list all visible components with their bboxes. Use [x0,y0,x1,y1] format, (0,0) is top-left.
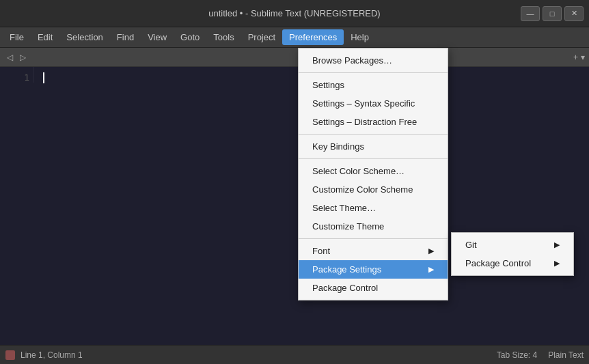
dropdown-customize-theme[interactable]: Customize Theme [299,217,448,236]
package-settings-submenu-arrow: ▶ [428,265,434,274]
window-controls: — □ ✕ [521,6,584,21]
line-number-1: 1 [0,72,29,83]
dropdown-package-control[interactable]: Package Control [299,279,448,297]
menu-view[interactable]: View [141,29,174,45]
dropdown-font[interactable]: Font ▶ [299,242,448,260]
line-numbers: 1 [0,67,34,83]
toolbar: ◁ ▷ + ▾ [0,48,589,67]
close-button[interactable]: ✕ [564,6,584,21]
dropdown-select-color-scheme[interactable]: Select Color Scheme… [299,162,448,180]
dropdown-package-settings[interactable]: Package Settings ▶ [299,260,448,279]
status-syntax[interactable]: Plain Text [548,350,584,360]
maximize-button[interactable]: □ [543,6,562,21]
menu-tools[interactable]: Tools [206,29,241,45]
menu-edit[interactable]: Edit [31,29,59,45]
status-left: Line 1, Column 1 [5,350,83,360]
dropdown-browse-packages[interactable]: Browse Packages… [299,51,448,70]
separator-2 [299,134,448,135]
menu-bar: File Edit Selection Find View Goto Tools… [0,27,589,48]
window-title: untitled • - Sublime Text (UNREGISTERED) [208,8,380,18]
git-submenu-arrow: ▶ [554,240,560,249]
status-tab-size[interactable]: Tab Size: 4 [497,350,537,360]
status-position: Line 1, Column 1 [20,350,83,360]
status-indicator [5,350,15,360]
submenu-package-control[interactable]: Package Control ▶ [452,254,573,272]
separator-4 [299,238,448,239]
tab-menu-button[interactable]: ▾ [581,53,585,62]
dropdown-settings-distraction[interactable]: Settings – Distraction Free [299,113,448,131]
separator-3 [299,158,448,159]
title-bar: untitled • - Sublime Text (UNREGISTERED)… [0,0,589,27]
dropdown-key-bindings[interactable]: Key Bindings [299,137,448,156]
menu-help[interactable]: Help [344,29,376,45]
dropdown-settings-syntax[interactable]: Settings – Syntax Specific [299,94,448,113]
preferences-dropdown: Browse Packages… Settings Settings – Syn… [298,48,448,300]
menu-file[interactable]: File [3,29,31,45]
separator-1 [299,72,448,73]
package-control-submenu-arrow: ▶ [554,259,560,268]
dropdown-settings[interactable]: Settings [299,76,448,94]
menu-project[interactable]: Project [241,29,282,45]
minimize-button[interactable]: — [521,6,540,21]
dropdown-select-theme[interactable]: Select Theme… [299,199,448,217]
dropdown-customize-color-scheme[interactable]: Customize Color Scheme [299,180,448,199]
font-submenu-arrow: ▶ [428,247,434,255]
new-tab-button[interactable]: + [573,53,578,62]
status-bar: Line 1, Column 1 Tab Size: 4 Plain Text [0,345,589,364]
status-right: Tab Size: 4 Plain Text [497,350,584,360]
submenu-git[interactable]: Git ▶ [452,236,573,254]
menu-preferences[interactable]: Preferences [282,29,344,45]
toolbar-right: + ▾ [573,53,585,62]
menu-goto[interactable]: Goto [174,29,206,45]
editor-area: 1 [0,67,589,345]
menu-selection[interactable]: Selection [59,29,109,45]
menu-find[interactable]: Find [110,29,141,45]
text-cursor [43,72,44,83]
nav-back-button[interactable]: ◁ [4,51,16,64]
package-settings-submenu: Git ▶ Package Control ▶ [451,232,574,276]
nav-forward-button[interactable]: ▷ [17,51,29,64]
toolbar-nav: ◁ ▷ [4,51,29,64]
